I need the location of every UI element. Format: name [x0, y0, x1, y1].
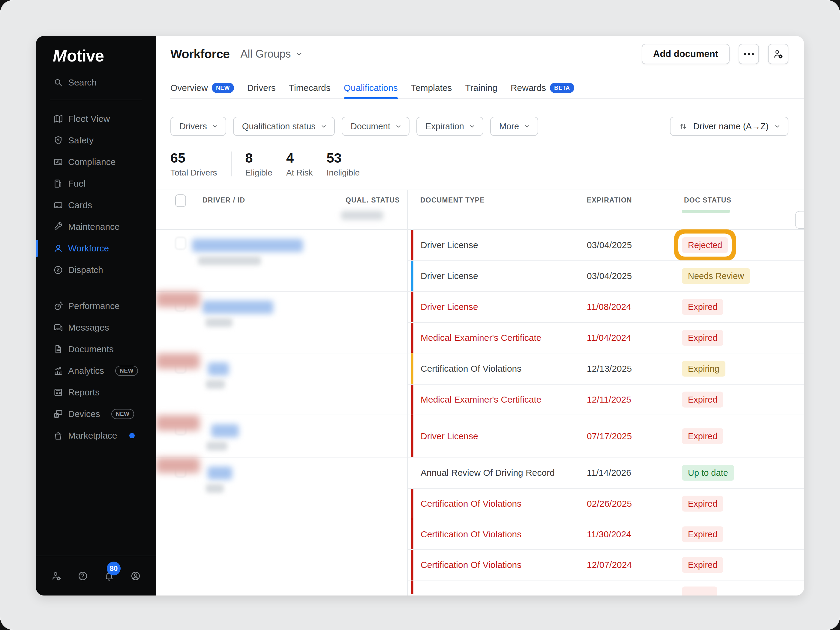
notifications-button[interactable]: 80 — [104, 571, 115, 581]
sidebar-item-fuel[interactable]: Fuel — [36, 173, 156, 194]
sidebar-item-reports[interactable]: Reports — [36, 382, 156, 403]
driver-group: Annual Review Of Driving Record11/14/202… — [156, 457, 804, 594]
filter-more[interactable]: More — [490, 117, 538, 136]
doc-status-badge: Expired — [682, 392, 723, 408]
chevron-down-icon — [321, 123, 327, 129]
status-color-bar — [411, 519, 414, 549]
help-button[interactable] — [77, 571, 88, 581]
page-background: Motive Search Fleet View Safety Complian… — [0, 0, 840, 630]
sidebar-bottom-divider — [36, 556, 156, 556]
driver-group: Certification Of Violations12/13/2025Exp… — [156, 353, 804, 415]
table-row: Certification Of Violations12/07/2024Exp… — [407, 549, 804, 580]
tab-qualifications[interactable]: Qualifications — [344, 77, 398, 98]
sidebar-search[interactable]: Search — [36, 72, 156, 93]
qual-status-badge-redacted — [156, 354, 200, 369]
column-document-type: DOCUMENT TYPE — [420, 196, 485, 204]
tab-training[interactable]: Training — [465, 77, 497, 98]
tab-timecards[interactable]: Timecards — [289, 77, 331, 98]
table-row: Annual Review Of Driving Record11/14/202… — [407, 458, 804, 488]
row-checkbox[interactable] — [175, 237, 186, 249]
chat-bubbles-icon — [53, 322, 63, 333]
document-type-cell: Driver License — [421, 271, 478, 281]
stat-total-drivers: 65Total Drivers — [171, 150, 217, 178]
sidebar-item-documents[interactable]: Documents — [36, 338, 156, 360]
sidebar-item-dispatch[interactable]: Dispatch — [36, 259, 156, 281]
document-type-cell: Certification Of Violations — [421, 363, 521, 374]
doc-status-badge: Expired — [682, 526, 723, 542]
document-rows: Driver License07/17/2025Expired — [407, 415, 804, 457]
table-section-divider — [407, 189, 408, 595]
driver-name-redacted[interactable] — [211, 424, 239, 437]
manage-users-button[interactable] — [768, 44, 788, 64]
document-type-cell: Driver License — [421, 302, 478, 312]
summary-stats: 65Total Drivers 8Eligible 4At Risk 53Ine… — [171, 150, 360, 178]
driver-group: Driver License03/04/2025RejectedDriver L… — [156, 229, 804, 291]
credit-card-icon — [53, 200, 63, 211]
column-doc-status: DOC STATUS — [684, 196, 731, 204]
sidebar-item-analytics[interactable]: Analytics NEW — [36, 360, 156, 382]
table-row: Certification Of Violations12/13/2025Exp… — [407, 354, 804, 384]
status-color-bar — [411, 385, 414, 415]
sidebar-item-workforce[interactable]: Workforce — [36, 238, 156, 259]
filter-qualification-status[interactable]: Qualification status — [233, 117, 335, 136]
sidebar-bottom-icons: 80 — [51, 566, 141, 586]
qual-status-badge-redacted — [156, 458, 200, 473]
fuel-pump-icon — [53, 178, 63, 189]
screenshot-stage: Motive Search Fleet View Safety Complian… — [0, 0, 840, 630]
expiration-cell: 02/26/2025 — [587, 499, 632, 509]
sidebar-item-label: Devices — [68, 409, 100, 419]
tab-overview[interactable]: OverviewNEW — [171, 77, 234, 98]
add-document-button[interactable]: Add document — [642, 44, 729, 64]
tab-templates[interactable]: Templates — [411, 77, 452, 98]
sidebar-item-safety[interactable]: Safety — [36, 129, 156, 151]
new-badge: NEW — [212, 83, 234, 93]
sort-arrows-icon — [679, 122, 688, 131]
expiration-cell: 03/04/2025 — [587, 240, 632, 250]
driver-id-redacted — [205, 318, 232, 327]
devices-icon — [53, 409, 63, 419]
select-all-checkbox[interactable] — [175, 194, 186, 207]
driver-name-redacted[interactable] — [208, 362, 229, 376]
tab-drivers[interactable]: Drivers — [247, 77, 276, 98]
filter-document[interactable]: Document — [342, 117, 409, 136]
row-actions-button[interactable] — [795, 211, 804, 229]
page-title: Workforce — [171, 47, 230, 61]
sort-label: Driver name (A→Z) — [693, 122, 769, 131]
sidebar-item-fleet-view[interactable]: Fleet View — [36, 108, 156, 129]
sidebar-item-performance[interactable]: Performance — [36, 295, 156, 317]
sidebar-item-cards[interactable]: Cards — [36, 194, 156, 216]
table-row: Certification Of Violations11/30/2024Exp… — [407, 519, 804, 549]
table-row-partial-top: — — [156, 210, 804, 229]
dispatch-icon — [53, 265, 63, 275]
sidebar-item-marketplace[interactable]: Marketplace — [36, 425, 156, 447]
sidebar-item-messages[interactable]: Messages — [36, 317, 156, 338]
sidebar-item-label: Compliance — [68, 157, 115, 167]
more-actions-button[interactable] — [739, 44, 759, 64]
status-color-bar — [411, 550, 414, 580]
filter-expiration[interactable]: Expiration — [417, 117, 483, 136]
ellipsis-icon — [744, 53, 754, 55]
driver-name-redacted[interactable] — [192, 239, 303, 252]
expiration-cell: 11/04/2024 — [587, 333, 631, 343]
sidebar-item-compliance[interactable]: Compliance — [36, 151, 156, 173]
admin-button[interactable] — [51, 571, 62, 581]
sort-dropdown[interactable]: Driver name (A→Z) — [670, 117, 788, 136]
account-button[interactable] — [130, 571, 141, 581]
driver-name-redacted[interactable] — [208, 466, 232, 480]
sidebar-item-label: Safety — [68, 135, 93, 145]
sidebar-item-devices[interactable]: Devices NEW — [36, 403, 156, 425]
sidebar-item-label: Documents — [68, 344, 114, 354]
table-row: Driver License03/04/2025Needs Review — [407, 261, 804, 291]
header-actions: Add document — [642, 44, 788, 64]
table-body: Driver License03/04/2025RejectedDriver L… — [156, 229, 804, 594]
expiration-cell: 11/30/2024 — [587, 529, 631, 539]
group-filter-dropdown[interactable]: All Groups — [241, 48, 303, 60]
driver-name-redacted[interactable] — [202, 301, 273, 314]
driver-cell — [156, 230, 407, 291]
map-icon — [53, 114, 63, 124]
document-type-cell: Annual Review Of Driving Record — [421, 468, 555, 478]
filter-drivers[interactable]: Drivers — [171, 117, 226, 136]
table-row: Medical Examiner's Certificate12/11/2025… — [407, 384, 804, 415]
sidebar-item-maintenance[interactable]: Maintenance — [36, 216, 156, 238]
tab-rewards[interactable]: RewardsBETA — [511, 77, 574, 98]
